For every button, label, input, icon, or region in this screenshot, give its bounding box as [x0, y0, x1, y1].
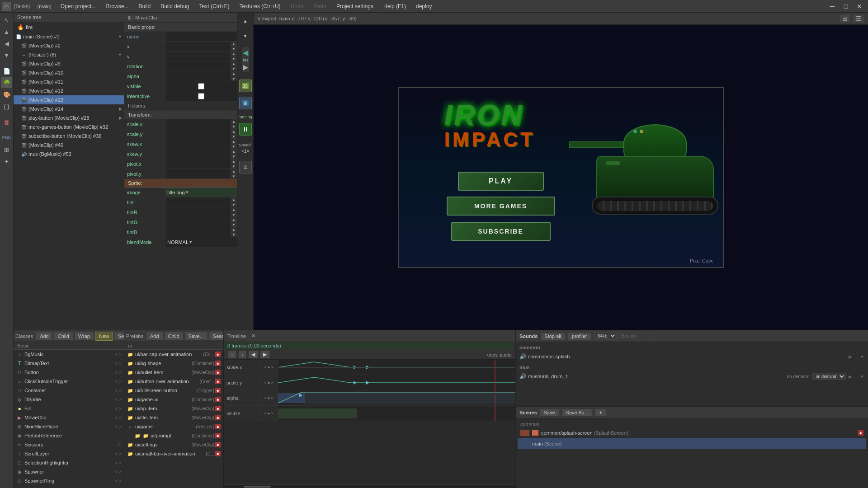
prop-pivoty-value[interactable]: 0 [165, 169, 231, 178]
class-container-less[interactable]: < [115, 388, 118, 393]
tint-down[interactable]: ▼ [231, 202, 237, 207]
class-fill-less[interactable]: < [115, 406, 118, 411]
wrap-class-btn[interactable]: Wrap [74, 332, 94, 341]
tree-item-more-games[interactable]: 🎬 more-games-button (MovieClip) #32 [14, 122, 124, 131]
class-click-more[interactable]: > [118, 379, 121, 384]
prop-interactive-checkbox[interactable] [167, 93, 235, 99]
prefab-bg-del[interactable]: ■ [215, 361, 221, 366]
prop-skewy-value[interactable]: 0 [165, 149, 231, 159]
tree-item-subscribe[interactable]: 🎬 subscribe-button (MovieClip) #36 [14, 131, 124, 141]
prefab-hp-item[interactable]: 📁 ui/hp-item (MovieClip) ■ [124, 404, 223, 413]
viewport-up-btn[interactable]: ▲ [239, 14, 252, 27]
browse-btn[interactable]: Browse... [101, 0, 133, 13]
scene-tool[interactable]: 🌳 [1, 77, 12, 88]
prefab-life-item[interactable]: 📁 ui/life-item (MovieClip) ■ [124, 413, 223, 422]
undo-btn[interactable]: Undo [286, 0, 308, 13]
prefab-bullet[interactable]: 📁 ui/bullet-item (MovieClip) ■ [124, 368, 223, 377]
redo-btn[interactable]: Redo [309, 0, 331, 13]
lang-left-btn[interactable]: ◀ [243, 48, 248, 57]
scaley-down[interactable]: ▼ [231, 134, 237, 139]
timeline-close[interactable]: ✕ [251, 333, 255, 339]
menu-btn[interactable]: ☰ [853, 14, 864, 23]
prop-y-down[interactable]: ▼ [231, 56, 237, 61]
bitrate-select[interactable]: 64kb [594, 332, 617, 340]
prop-tintb-input[interactable]: 255 [167, 230, 229, 235]
pivotx-up[interactable]: ▲ [231, 159, 237, 164]
prefab-bar-cap-del[interactable]: ■ [215, 352, 221, 357]
sound-pcsplash-vol[interactable]: ▼ [860, 354, 864, 359]
search-class-btn[interactable]: Search [114, 332, 124, 341]
runtime-btn[interactable]: ⊙ [239, 97, 252, 109]
deploy-btn[interactable]: deploy [411, 0, 436, 13]
on-demand-select[interactable]: on demand [812, 373, 846, 380]
class-sel-more[interactable]: > [118, 460, 121, 465]
tree-item-mc13[interactable]: 🎬 (MovieClip) #13 [14, 95, 124, 104]
tl-fwd-btn[interactable]: ▶ [260, 351, 270, 359]
prefab-settings-del[interactable]: ■ [215, 442, 221, 447]
add-class-btn[interactable]: Add [36, 332, 53, 341]
tc-lt4[interactable]: < [264, 411, 267, 416]
child-prefab-btn[interactable]: Child [164, 332, 184, 341]
tintg-up[interactable]: ▲ [231, 217, 237, 222]
subscribe-btn[interactable]: SUBSCRIBE [451, 222, 551, 241]
cursor-tool[interactable]: ↖ [1, 14, 12, 25]
prefab-fullscreen[interactable]: 📁 ui/fullscreen-button (Trigger) ■ [124, 386, 223, 395]
class-scroll-less[interactable]: < [115, 451, 118, 456]
sound-ambdrum-vol[interactable]: ▼ [860, 374, 864, 379]
move-tool[interactable]: ▲ [1, 26, 12, 37]
profiler-btn[interactable]: profiler [568, 332, 591, 340]
more-games-btn[interactable]: MORE GAMES [447, 197, 555, 216]
class-container-more[interactable]: > [118, 388, 121, 393]
prop-image-value[interactable]: title.png ▾ [165, 188, 237, 197]
tree-item-play-btn[interactable]: 🎬 play-button (MovieClip) #28 ▶ [14, 113, 124, 122]
prefab-panel-del[interactable]: ■ [215, 424, 221, 429]
scene-item-main[interactable]: main (Scene) [518, 438, 866, 449]
add-prefab-btn[interactable]: Add [146, 332, 163, 341]
scale-tool[interactable]: ◀ [1, 38, 12, 49]
prefab-btnover-del[interactable]: ■ [215, 379, 221, 384]
pivoty-up[interactable]: ▲ [231, 169, 237, 174]
tree-item-mc9[interactable]: 🎬 (MovieClip) #9 [14, 59, 124, 68]
fullscreen-btn[interactable]: ⊞ [839, 14, 851, 23]
prefab-full-del[interactable]: ■ [215, 388, 221, 393]
class-item-movieclip[interactable]: ▶ MovieClip <> [14, 413, 124, 422]
speed-dropdown[interactable]: ▾ [247, 149, 249, 154]
class-button-more[interactable]: > [118, 370, 121, 375]
prop-y-up[interactable]: ▲ [231, 52, 237, 56]
prop-visible-checkbox[interactable] [167, 83, 235, 89]
prop-alpha-up[interactable]: ▲ [231, 71, 237, 76]
tintr-down[interactable]: ▼ [231, 212, 237, 217]
paint-tool[interactable]: 🎨 [1, 89, 12, 100]
paste-btn[interactable]: paste [500, 352, 512, 357]
prop-tintr-value[interactable]: 255 [165, 207, 231, 217]
class-sel-less[interactable]: < [115, 460, 118, 465]
class-scroll-more[interactable]: > [118, 451, 121, 456]
prefab-smbtn-del[interactable]: ■ [215, 451, 221, 456]
prefab-panel[interactable]: ↔ ui/panel (Resizer) ■ [124, 422, 223, 431]
tc-lt3[interactable]: < [264, 396, 267, 400]
prop-tint-value[interactable]: ffffff [165, 197, 231, 207]
class-item-button[interactable]: □ Button <> [14, 368, 124, 377]
class-item-prefabref[interactable]: ⊕ PrefabReference [14, 431, 124, 440]
prop-x-input[interactable]: 366 [167, 44, 229, 49]
class-item-selection[interactable]: ☐ SelectionHighlighter <> [14, 458, 124, 467]
timeline-scrollbar[interactable] [224, 484, 515, 488]
image-dropdown-icon[interactable]: ▾ [186, 189, 189, 195]
tree-item-fire[interactable]: 🔥 fire [14, 22, 124, 32]
scalex-up[interactable]: ▲ [231, 119, 237, 124]
prop-scaley-input[interactable]: 1 [167, 131, 229, 137]
tc-gt2[interactable]: > [271, 380, 273, 385]
prop-name-input[interactable] [167, 34, 235, 39]
sound-ambdrum-play[interactable]: ▶ [849, 374, 852, 379]
play-btn[interactable]: PLAY [458, 172, 544, 191]
scaley-up[interactable]: ▲ [231, 129, 237, 134]
class-dsprite-less[interactable]: < [115, 397, 118, 402]
prefab-gameui-del[interactable]: ■ [215, 397, 221, 402]
skewy-up[interactable]: ▲ [231, 149, 237, 154]
class-item-spawnerring[interactable]: ◎ SpawnerRing <> [14, 476, 124, 485]
prop-visible-value[interactable] [165, 81, 237, 91]
tc-dot[interactable]: ● [268, 365, 270, 370]
rotate-tool[interactable]: ▼ [1, 50, 12, 61]
class-spawner-more[interactable]: > [118, 469, 121, 474]
prop-skewx-input[interactable]: 0 [167, 141, 229, 147]
